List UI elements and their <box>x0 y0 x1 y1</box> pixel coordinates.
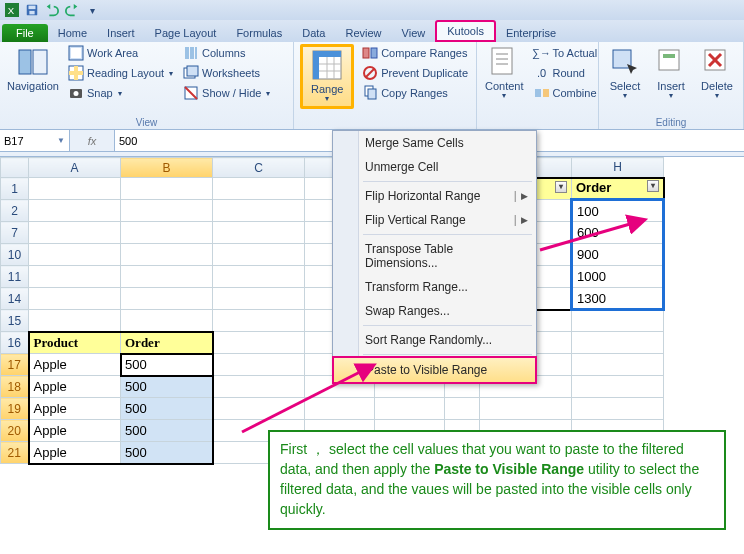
tab-view[interactable]: View <box>392 24 436 42</box>
menu-unmerge[interactable]: Unmerge Cell <box>333 155 536 179</box>
svg-rect-34 <box>492 48 512 74</box>
row-11[interactable]: 11 <box>1 266 29 288</box>
menu-flipv[interactable]: Flip Vertical Range│ ▶ <box>333 208 536 232</box>
svg-rect-41 <box>659 50 679 70</box>
tab-home[interactable]: Home <box>48 24 97 42</box>
namebox-dropdown-icon[interactable]: ▼ <box>57 136 65 145</box>
content-button[interactable]: Content▾ <box>483 44 526 103</box>
snap-button[interactable]: Snap▾ <box>66 84 175 102</box>
tab-file[interactable]: File <box>2 24 48 42</box>
row-14[interactable]: 14 <box>1 288 29 310</box>
svg-rect-14 <box>185 47 189 59</box>
name-box[interactable]: B17▼ <box>0 130 70 151</box>
readinglayout-button[interactable]: Reading Layout▾ <box>66 64 175 82</box>
worksheets-button[interactable]: Worksheets <box>181 64 272 82</box>
row-17[interactable]: 17 <box>1 354 29 376</box>
content-icon <box>488 46 520 78</box>
navigation-icon <box>17 46 49 78</box>
row-21[interactable]: 21 <box>1 442 29 464</box>
cell-H1[interactable]: Order▾ <box>572 178 664 200</box>
prevent-icon <box>362 65 378 81</box>
menu-swap[interactable]: Swap Ranges... <box>333 299 536 323</box>
row-19[interactable]: 19 <box>1 398 29 420</box>
col-C[interactable]: C <box>213 158 305 178</box>
worksheets-icon <box>183 65 199 81</box>
cell-B17-active[interactable]: 500 <box>121 354 213 376</box>
excel-icon: X <box>4 2 20 18</box>
save-icon[interactable] <box>24 2 40 18</box>
prevent-button[interactable]: Prevent Duplicate <box>360 64 470 82</box>
readinglayout-icon <box>68 65 84 81</box>
svg-text:X: X <box>8 5 15 16</box>
row-16[interactable]: 16 <box>1 332 29 354</box>
columns-button[interactable]: Columns <box>181 44 272 62</box>
filter-icon[interactable]: ▾ <box>555 181 567 193</box>
copy-button[interactable]: Copy Ranges <box>360 84 470 102</box>
quick-access-toolbar: X ▾ <box>0 0 744 20</box>
delete-icon <box>701 46 733 78</box>
select-button[interactable]: Select▾ <box>605 44 645 103</box>
columns-icon <box>183 45 199 61</box>
cell-B16[interactable]: Order <box>121 332 213 354</box>
qat-dropdown-icon[interactable]: ▾ <box>84 2 100 18</box>
svg-rect-8 <box>71 48 81 58</box>
row-18[interactable]: 18 <box>1 376 29 398</box>
round-button[interactable]: .0Round <box>532 64 600 82</box>
svg-line-31 <box>366 69 374 77</box>
menu-sort[interactable]: Sort Range Randomly... <box>333 328 536 352</box>
round-icon: .0 <box>534 65 550 81</box>
menu-transform[interactable]: Transform Range... <box>333 275 536 299</box>
redo-icon[interactable] <box>64 2 80 18</box>
range-dropdown-menu: Merge Same Cells Unmerge Cell Flip Horiz… <box>332 130 537 384</box>
svg-point-13 <box>74 91 79 96</box>
filter-icon[interactable]: ▾ <box>647 180 659 192</box>
menu-fliph[interactable]: Flip Horizontal Range│ ▶ <box>333 184 536 208</box>
row-20[interactable]: 20 <box>1 420 29 442</box>
cell-A16[interactable]: Product <box>29 332 121 354</box>
svg-rect-39 <box>543 89 549 97</box>
insert-button[interactable]: Insert▾ <box>651 44 691 103</box>
menu-paste-visible[interactable]: Paste to Visible Range <box>332 356 537 384</box>
tab-pagelayout[interactable]: Page Layout <box>145 24 227 42</box>
menu-merge[interactable]: Merge Same Cells <box>333 131 536 155</box>
svg-rect-4 <box>29 11 34 15</box>
toactual-button[interactable]: ∑→To Actual <box>532 44 600 62</box>
svg-rect-5 <box>19 50 31 74</box>
col-A[interactable]: A <box>29 158 121 178</box>
col-B[interactable]: B <box>121 158 213 178</box>
row-2[interactable]: 2 <box>1 200 29 222</box>
delete-button[interactable]: Delete▾ <box>697 44 737 103</box>
menu-transpose[interactable]: Transpose Table Dimensions... <box>333 237 536 275</box>
range-button[interactable]: Range ▾ <box>300 44 354 109</box>
showhide-button[interactable]: Show / Hide▾ <box>181 84 272 102</box>
tab-data[interactable]: Data <box>292 24 335 42</box>
row-7[interactable]: 7 <box>1 222 29 244</box>
svg-rect-29 <box>371 48 377 58</box>
submenu-icon: │ ▶ <box>513 191 528 201</box>
fx-label[interactable]: fx <box>70 130 115 151</box>
snap-icon <box>68 85 84 101</box>
tab-insert[interactable]: Insert <box>97 24 145 42</box>
toactual-icon: ∑→ <box>534 45 550 61</box>
svg-rect-6 <box>33 50 47 74</box>
compare-button[interactable]: Compare Ranges <box>360 44 470 62</box>
combine-icon <box>534 85 550 101</box>
tab-review[interactable]: Review <box>335 24 391 42</box>
svg-rect-22 <box>313 51 341 57</box>
svg-rect-28 <box>363 48 369 58</box>
tab-kutools[interactable]: Kutools <box>435 20 496 42</box>
group-editing-label: Editing <box>599 117 743 128</box>
tab-formulas[interactable]: Formulas <box>226 24 292 42</box>
navigation-button[interactable]: Navigation <box>6 44 60 94</box>
combine-button[interactable]: Combine <box>532 84 600 102</box>
row-10[interactable]: 10 <box>1 244 29 266</box>
tab-enterprise[interactable]: Enterprise <box>496 24 566 42</box>
col-H[interactable]: H <box>572 158 664 178</box>
copy-icon <box>362 85 378 101</box>
workarea-icon <box>68 45 84 61</box>
row-15[interactable]: 15 <box>1 310 29 332</box>
workarea-button[interactable]: Work Area <box>66 44 175 62</box>
svg-rect-16 <box>195 47 197 59</box>
undo-icon[interactable] <box>44 2 60 18</box>
row-1[interactable]: 1 <box>1 178 29 200</box>
